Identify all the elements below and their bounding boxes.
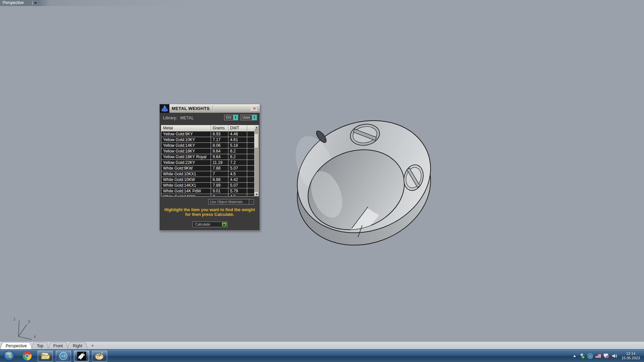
keyboard-language-flag-icon[interactable] bbox=[595, 354, 601, 358]
axis-y-label: y bbox=[28, 319, 30, 323]
tab-front[interactable]: Front bbox=[48, 342, 68, 350]
windows-taskbar: v.8 bbox=[0, 349, 644, 362]
rhino-icon[interactable] bbox=[74, 351, 89, 362]
taskbar-clock[interactable]: 12:14 15.05.2023 bbox=[620, 352, 643, 360]
metal-weights-table: Metal Grams DWT Yellow Gold:9KY6.934.46 … bbox=[161, 125, 259, 196]
add-viewport-tab-icon[interactable]: + bbox=[87, 342, 99, 349]
col-header-metal: Metal bbox=[161, 125, 211, 131]
axis-gnomon: z y x bbox=[9, 316, 40, 341]
viewport-dropdown-icon[interactable] bbox=[34, 2, 37, 4]
scrollbar-thumb[interactable] bbox=[255, 134, 259, 148]
scroll-up-icon[interactable] bbox=[255, 125, 259, 129]
table-row[interactable]: White Gold:10KX174.5 bbox=[161, 171, 259, 177]
calculate-button[interactable]: Calculate bbox=[193, 222, 227, 227]
table-row[interactable]: White Gold:9KW7.885.07 bbox=[161, 166, 259, 171]
v8-label: v.8 bbox=[61, 354, 66, 358]
table-row[interactable]: White Gold:14KX17.895.07 bbox=[161, 183, 259, 188]
calculate-go-icon bbox=[222, 222, 227, 227]
start-button[interactable] bbox=[1, 351, 17, 362]
axis-z-label: z bbox=[13, 317, 15, 321]
file-explorer-icon[interactable] bbox=[38, 351, 53, 362]
tray-v8-label: v8 bbox=[589, 355, 592, 357]
table-row[interactable]: Yellow Gold:14KY8.065.18 bbox=[161, 143, 259, 148]
show-hidden-icons-arrow[interactable] bbox=[573, 354, 577, 358]
cone-app-icon bbox=[160, 104, 169, 113]
metal-weights-dialog: METAL WEIGHTS × Library:METAL GV I User … bbox=[159, 104, 260, 231]
v8-tray-icon[interactable]: v8 bbox=[587, 353, 593, 359]
clock-date: 15.05.2023 bbox=[622, 356, 640, 360]
user-toggle-indicator[interactable]: I bbox=[252, 115, 257, 120]
table-header-row: Metal Grams DWT bbox=[161, 125, 259, 131]
usb-safely-remove-icon[interactable] bbox=[579, 353, 585, 359]
paint-icon[interactable] bbox=[92, 351, 107, 362]
library-label: Library:METAL bbox=[163, 116, 194, 120]
dialog-titlebar[interactable]: METAL WEIGHTS × bbox=[160, 104, 260, 113]
tab-perspective[interactable]: Perspective bbox=[0, 342, 33, 350]
use-object-materials-button[interactable]: Use Object Materials ○ bbox=[208, 199, 254, 204]
scroll-down-icon[interactable] bbox=[255, 192, 259, 196]
table-row[interactable]: Yellow Gold:18KY Royal9.646.2 bbox=[161, 154, 259, 160]
col-header-grams: Grams bbox=[211, 125, 228, 131]
user-toggle-button[interactable]: User I bbox=[240, 115, 257, 120]
titlebar-groove bbox=[213, 105, 213, 112]
table-row[interactable]: Yellow Gold:10KY7.174.61 bbox=[161, 137, 259, 143]
table-row-partial[interactable]: White Gold:14KW74.5 bbox=[161, 194, 259, 196]
v8-app-icon[interactable]: v.8 bbox=[56, 351, 71, 362]
col-header-dwt: DWT bbox=[228, 125, 247, 131]
table-row[interactable]: White Gold:14K PdW9.015.79 bbox=[161, 188, 259, 194]
tab-right[interactable]: Right bbox=[67, 342, 88, 350]
gv-toggle-indicator[interactable]: I bbox=[233, 115, 238, 120]
ring-3d-model[interactable] bbox=[294, 115, 437, 249]
chrome-icon[interactable] bbox=[19, 351, 35, 362]
dialog-title: METAL WEIGHTS bbox=[172, 106, 210, 111]
viewport-title-strip: Perspective bbox=[0, 0, 644, 6]
clock-time: 12:14 bbox=[622, 352, 640, 356]
radio-circle-icon: ○ bbox=[249, 199, 254, 204]
instruction-text-line1: Highlight the item you want to find the … bbox=[160, 207, 260, 212]
gv-toggle-button[interactable]: GV I bbox=[224, 115, 238, 120]
table-row[interactable]: White Gold:10KW6.884.42 bbox=[161, 177, 259, 183]
table-row[interactable]: Yellow Gold:18KY9.646.2 bbox=[161, 148, 259, 154]
network-status-icon[interactable] bbox=[603, 353, 609, 359]
volume-icon[interactable] bbox=[612, 353, 618, 359]
tab-top[interactable]: Top bbox=[31, 342, 49, 350]
col-header-spacer bbox=[247, 125, 255, 131]
axis-x-label: x bbox=[34, 334, 36, 339]
viewport-title-divider bbox=[32, 1, 33, 5]
table-row[interactable]: Yellow Gold:9KY6.934.46 bbox=[161, 131, 259, 137]
viewport-title[interactable]: Perspective bbox=[3, 0, 24, 5]
instruction-text-line2: for then press Calculate. bbox=[160, 212, 260, 217]
table-scrollbar[interactable] bbox=[254, 125, 259, 196]
table-row[interactable]: Yellow Gold:22KY11.197.2 bbox=[161, 160, 259, 166]
close-icon[interactable]: × bbox=[251, 106, 258, 112]
viewport-tab-bar: Perspective Top Front Right + bbox=[0, 342, 644, 349]
